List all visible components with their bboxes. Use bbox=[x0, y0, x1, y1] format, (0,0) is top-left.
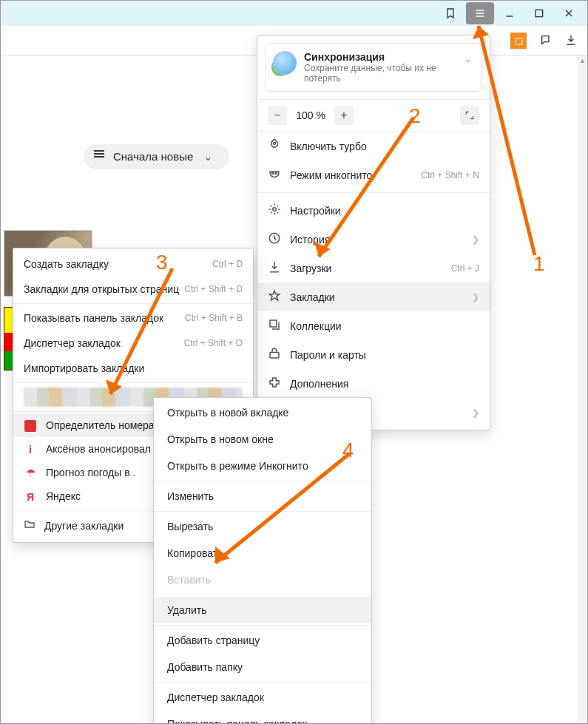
svg-rect-6 bbox=[270, 320, 277, 327]
globe-sync-icon bbox=[273, 51, 297, 75]
menu-stack[interactable]: Коллекции bbox=[257, 311, 490, 340]
annotation-4: 4 bbox=[342, 439, 354, 462]
menu-label: Коллекции bbox=[290, 320, 479, 332]
ctx-label: Вставить bbox=[167, 574, 211, 586]
ctx-label: Показывать панель закладок bbox=[167, 718, 307, 724]
bookmarks-shortcut-icon[interactable] bbox=[436, 2, 464, 24]
shortcut: Ctrl + Shift + O bbox=[184, 338, 243, 348]
favicon: Я bbox=[24, 490, 37, 504]
ctx-label: Удалить bbox=[167, 604, 206, 616]
menu-star[interactable]: Закладки ❯ bbox=[257, 283, 490, 311]
stack-icon bbox=[268, 318, 281, 334]
gear-icon bbox=[268, 203, 281, 218]
ctx-row[interactable]: Добавить страницу bbox=[154, 627, 371, 654]
favicon: i bbox=[24, 443, 37, 456]
sync-card[interactable]: Синхронизация Сохраните данные, чтобы их… bbox=[265, 43, 482, 92]
window-close-button[interactable] bbox=[555, 2, 583, 24]
zoom-out-button[interactable]: − bbox=[268, 106, 287, 125]
svg-rect-7 bbox=[270, 353, 279, 359]
ctx-label: Диспетчер закладок bbox=[167, 691, 264, 703]
menu-puzzle[interactable]: Дополнения bbox=[257, 369, 490, 398]
svg-rect-0 bbox=[535, 10, 542, 16]
annotation-1: 1 bbox=[533, 252, 545, 276]
menu-key[interactable]: Пароли и карты bbox=[257, 340, 490, 369]
chevron-right-icon: ❯ bbox=[472, 407, 479, 418]
svg-line-13 bbox=[319, 118, 413, 257]
ctx-row[interactable]: Показывать панель закладок bbox=[154, 711, 371, 724]
favicon bbox=[24, 419, 37, 433]
sort-dropdown[interactable]: Сначала новые ⌄ bbox=[84, 144, 229, 169]
rocket-icon bbox=[268, 138, 281, 154]
annotation-3: 3 bbox=[156, 251, 168, 274]
annotation-2: 2 bbox=[409, 104, 421, 128]
ctx-row[interactable]: Диспетчер закладок bbox=[154, 684, 371, 711]
menu-label: Закладки bbox=[290, 291, 463, 303]
key-icon bbox=[268, 347, 281, 362]
shortcut: Ctrl + Shift + N bbox=[421, 170, 479, 180]
sync-subtitle: Сохраните данные, чтобы их не потерять bbox=[304, 63, 456, 84]
menu-label: Дополнения bbox=[290, 378, 479, 390]
shortcut: Ctrl + Shift + B bbox=[185, 313, 243, 323]
sync-title: Синхронизация bbox=[304, 51, 456, 63]
ctx-row[interactable]: Добавить папку bbox=[154, 654, 371, 680]
chevron-down-icon: ⌄ bbox=[464, 53, 473, 64]
ctx-label: Добавить папку bbox=[167, 661, 243, 673]
shortcut: Ctrl + Shift + D bbox=[184, 284, 243, 294]
star-icon bbox=[268, 289, 281, 305]
svg-line-15 bbox=[110, 268, 172, 394]
shortcut: Ctrl + J bbox=[451, 263, 479, 274]
chevron-down-icon: ⌄ bbox=[203, 150, 213, 163]
svg-point-4 bbox=[273, 208, 277, 212]
ctx-label: Открыть в новой вкладке bbox=[167, 407, 288, 419]
downloads-icon[interactable] bbox=[565, 34, 577, 48]
puzzle-icon bbox=[268, 376, 281, 391]
svg-line-17 bbox=[215, 453, 350, 563]
ctx-row[interactable]: Удалить bbox=[154, 597, 371, 623]
folder-icon bbox=[24, 518, 36, 532]
mask-icon bbox=[268, 167, 281, 183]
umbrella-icon: ☂ bbox=[24, 467, 37, 480]
svg-point-1 bbox=[274, 142, 276, 144]
sort-label: Сначала новые bbox=[113, 150, 193, 163]
chevron-right-icon: ❯ bbox=[472, 292, 479, 302]
svg-point-2 bbox=[272, 172, 274, 174]
ctx-label: Открыть в новом окне bbox=[167, 433, 274, 445]
shortcut: Ctrl + D bbox=[212, 259, 243, 269]
svg-line-11 bbox=[479, 26, 535, 255]
menu-label: Пароли и карты bbox=[290, 349, 479, 361]
vertical-scrollbar[interactable]: ▲ bbox=[577, 55, 587, 723]
ctx-label: Добавить страницу bbox=[167, 635, 260, 646]
download-icon bbox=[268, 260, 281, 276]
svg-marker-16 bbox=[106, 379, 122, 394]
clock-icon bbox=[268, 231, 281, 247]
svg-point-3 bbox=[275, 172, 277, 174]
